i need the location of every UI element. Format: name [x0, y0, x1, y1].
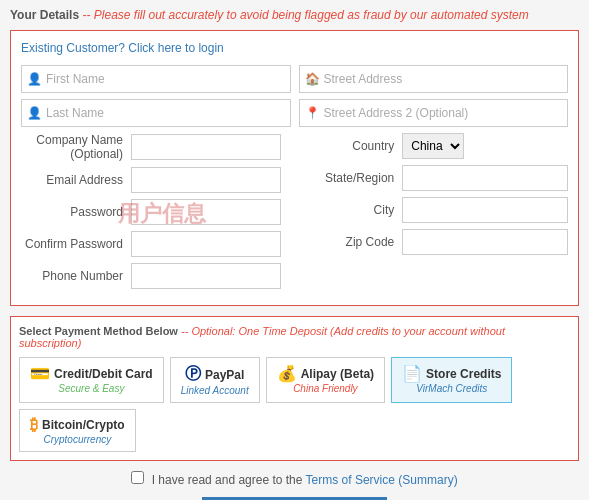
last-name-input[interactable] [21, 99, 291, 127]
person-icon: 👤 [27, 72, 42, 86]
first-name-wrapper: 👤 [21, 65, 291, 93]
password-input[interactable] [131, 199, 281, 225]
two-col-form: 用户信息 Company Name (Optional) Email Addre… [21, 133, 568, 295]
company-name-group: Company Name (Optional) [21, 133, 302, 161]
confirm-password-input[interactable] [131, 231, 281, 257]
street-address2-wrapper: 📍 [299, 99, 569, 127]
paypal-sub: Linked Account [181, 385, 249, 396]
payment-method-paypal[interactable]: Ⓟ PayPal Linked Account [170, 357, 260, 403]
payment-section: Select Payment Method Below -- Optional:… [10, 316, 579, 461]
payment-method-bitcoin[interactable]: ₿ Bitcoin/Crypto Cryptocurrency [19, 409, 136, 452]
phone-group: Phone Number [21, 263, 302, 289]
name-col: 👤 [21, 65, 291, 93]
paypal-icon: Ⓟ [185, 364, 201, 385]
state-input[interactable] [402, 165, 568, 191]
storecredits-sub: VirMach Credits [416, 383, 487, 394]
terms-row: I have read and agree to the Terms of Se… [10, 471, 579, 487]
terms-link[interactable]: Terms of Service [306, 473, 395, 487]
state-label: State/Region [312, 171, 402, 185]
alipay-sub: China Friendly [293, 383, 357, 394]
zip-group: Zip Code [312, 229, 568, 255]
bitcoin-sub: Cryptocurrency [43, 434, 111, 445]
address-col: 🏠 [299, 65, 569, 93]
password-group: Password [21, 199, 302, 225]
city-input[interactable] [402, 197, 568, 223]
company-name-input[interactable] [131, 134, 281, 160]
lastname-col: 👤 [21, 99, 291, 127]
first-name-input[interactable] [21, 65, 291, 93]
right-form: Country China State/Region City Zip Code [312, 133, 568, 295]
cc-label: 💳 Credit/Debit Card [30, 364, 153, 383]
terms-summary-link[interactable]: (Summary) [398, 473, 457, 487]
street-address-input[interactable] [299, 65, 569, 93]
zip-input[interactable] [402, 229, 568, 255]
email-group: Email Address [21, 167, 302, 193]
email-input[interactable] [131, 167, 281, 193]
street-address-wrapper: 🏠 [299, 65, 569, 93]
your-details-box: Existing Customer? Click here to login 👤… [10, 30, 579, 306]
person-icon2: 👤 [27, 106, 42, 120]
country-label: Country [312, 139, 402, 153]
terms-text: I have read and agree to the [152, 473, 303, 487]
payment-methods: 💳 Credit/Debit Card Secure & Easy Ⓟ PayP… [19, 357, 570, 452]
company-name-label: Company Name (Optional) [21, 133, 131, 161]
state-group: State/Region [312, 165, 568, 191]
paypal-label: Ⓟ PayPal [185, 364, 244, 385]
payment-title: Select Payment Method Below -- Optional:… [19, 325, 570, 349]
zip-label: Zip Code [312, 235, 402, 249]
storecredits-icon: 📄 [402, 364, 422, 383]
cc-icon: 💳 [30, 364, 50, 383]
bitcoin-label: ₿ Bitcoin/Crypto [30, 416, 125, 434]
country-group: Country China [312, 133, 568, 159]
building-icon: 🏠 [305, 72, 320, 86]
country-select[interactable]: China [402, 133, 464, 159]
phone-label: Phone Number [21, 269, 131, 283]
existing-customer-link[interactable]: Existing Customer? Click here to login [21, 41, 568, 55]
payment-method-alipay[interactable]: 💰 Alipay (Beta) China Friendly [266, 357, 385, 403]
location-icon: 📍 [305, 106, 320, 120]
password-label: Password [21, 205, 131, 219]
confirm-password-label: Confirm Password [21, 237, 131, 251]
storecredits-label: 📄 Store Credits [402, 364, 501, 383]
email-label: Email Address [21, 173, 131, 187]
confirm-password-group: Confirm Password [21, 231, 302, 257]
last-name-wrapper: 👤 [21, 99, 291, 127]
bitcoin-icon: ₿ [30, 416, 38, 434]
address2-col: 📍 [299, 99, 569, 127]
phone-input[interactable] [131, 263, 281, 289]
city-label: City [312, 203, 402, 217]
details-section-title: Your Details -- Please fill out accurate… [10, 8, 579, 22]
terms-checkbox[interactable] [131, 471, 144, 484]
cc-sub: Secure & Easy [58, 383, 124, 394]
alipay-icon: 💰 [277, 364, 297, 383]
payment-method-cc[interactable]: 💳 Credit/Debit Card Secure & Easy [19, 357, 164, 403]
lastname-address2-row: 👤 📍 [21, 99, 568, 127]
payment-method-storecredits[interactable]: 📄 Store Credits VirMach Credits [391, 357, 512, 403]
alipay-label: 💰 Alipay (Beta) [277, 364, 374, 383]
left-form: 用户信息 Company Name (Optional) Email Addre… [21, 133, 302, 295]
name-address-row: 👤 🏠 [21, 65, 568, 93]
street-address2-input[interactable] [299, 99, 569, 127]
city-group: City [312, 197, 568, 223]
